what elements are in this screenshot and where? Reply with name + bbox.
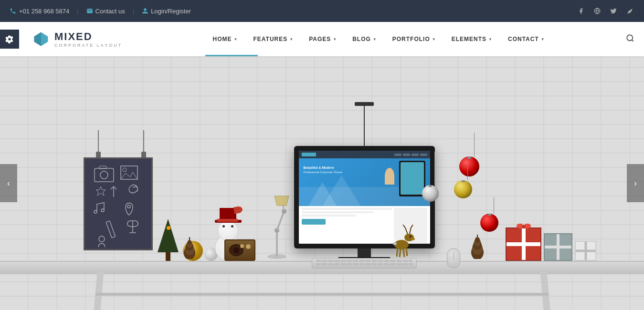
slide-arrow-right[interactable]: › (627, 164, 644, 202)
reindeer (391, 221, 415, 261)
svg-rect-5 (95, 168, 114, 182)
nav-item-portfolio[interactable]: PORTFOLIO ▼ (385, 22, 444, 56)
phone-icon (10, 8, 16, 14)
nav-pages-label: PAGES (309, 36, 331, 42)
svg-point-12 (94, 210, 97, 213)
nav-item-contact[interactable]: CONTACT ▼ (500, 22, 553, 56)
chevron-down-icon: ▼ (289, 37, 294, 41)
svg-line-36 (406, 248, 407, 256)
navbar: MIXED CORPORATE LAYOUT HOME ▼ FEATURES ▼… (0, 22, 644, 56)
string-left (98, 130, 99, 154)
svg-point-14 (127, 205, 130, 208)
chevron-left-icon: ‹ (7, 178, 10, 188)
nav-links: HOME ▼ FEATURES ▼ PAGES ▼ BLOG ▼ PORTFOL… (141, 22, 616, 56)
nav-item-features[interactable]: FEATURES ▼ (245, 22, 301, 56)
svg-point-25 (411, 238, 415, 240)
login-label: Login/Register (151, 8, 191, 15)
svg-point-9 (123, 168, 127, 172)
divider1: | (77, 8, 78, 15)
pine-cone-right (468, 234, 486, 261)
monitor-preview-text1: Beautiful & Modern (304, 165, 343, 170)
active-nav-indicator (229, 55, 258, 56)
svg-point-26 (410, 236, 412, 238)
nav-item-home[interactable]: HOME ▼ (205, 22, 246, 56)
svg-line-30 (410, 227, 411, 234)
svg-rect-15 (106, 221, 115, 238)
divider2: | (133, 8, 134, 15)
top-bar-right (576, 6, 634, 16)
search-icon (626, 34, 634, 42)
bauble-red-lower (489, 197, 498, 232)
gear-icon (5, 35, 14, 43)
radio (224, 239, 255, 261)
nav-portfolio-label: PORTFOLIO (392, 36, 430, 42)
nav-features-label: FEATURES (253, 36, 287, 42)
phone-info: +01 258 968 5874 (10, 8, 69, 15)
svg-point-4 (627, 35, 633, 41)
svg-point-42 (188, 240, 191, 245)
chevron-right-icon: › (634, 178, 637, 188)
chalk-drawings (85, 159, 152, 249)
nav-item-elements[interactable]: ELEMENTS ▼ (444, 22, 500, 56)
nav-item-blog[interactable]: BLOG ▼ (345, 22, 385, 56)
logo-icon (32, 31, 50, 48)
nav-home-label: HOME (213, 36, 232, 42)
chevron-down-icon: ▼ (541, 37, 545, 41)
svg-point-13 (101, 209, 104, 212)
monitor-cable (364, 103, 365, 147)
contact-link[interactable]: Contact us (86, 8, 125, 15)
desk-crossbar (95, 293, 549, 296)
slide-arrow-left[interactable]: ‹ (0, 164, 17, 202)
top-bar-left: +01 258 968 5874 | Contact us | Login/Re… (10, 8, 191, 15)
search-button[interactable] (626, 34, 634, 44)
svg-point-48 (475, 237, 480, 243)
chevron-down-icon: ▼ (432, 37, 436, 41)
svg-marker-10 (96, 186, 106, 196)
string-right (143, 130, 144, 154)
svg-line-33 (397, 248, 398, 257)
logo-sub: CORPORATE LAYOUT (54, 43, 122, 48)
svg-line-35 (403, 249, 404, 257)
chevron-down-icon: ▼ (488, 37, 493, 41)
contact-label: Contact us (95, 8, 125, 15)
svg-line-32 (411, 226, 412, 227)
cable-top-bar (355, 102, 374, 106)
hero-section: Beautiful & Modern Professional Corporat… (0, 56, 644, 310)
facebook-icon[interactable] (576, 6, 586, 16)
svg-point-6 (100, 171, 108, 179)
bauble-gold (463, 161, 472, 198)
pine-cone-left (181, 236, 198, 261)
nav-blog-label: BLOG (352, 36, 371, 42)
phone-number: +01 258 968 5874 (19, 8, 69, 15)
svg-rect-8 (121, 166, 137, 179)
svg-marker-3 (34, 32, 41, 46)
bauble-silver (430, 152, 439, 202)
chevron-down-icon: ▼ (333, 37, 337, 41)
mouse (447, 248, 460, 268)
desk-lamp (258, 183, 296, 261)
leaf-icon[interactable] (625, 6, 634, 16)
logo-area[interactable]: MIXED CORPORATE LAYOUT (32, 31, 122, 48)
svg-point-16 (99, 236, 105, 242)
christmas-tree (158, 219, 179, 261)
svg-point-37 (393, 242, 397, 245)
chevron-down-icon: ▼ (373, 37, 377, 41)
gift-boxes (506, 227, 596, 261)
nav-contact-label: CONTACT (508, 36, 539, 42)
chevron-down-icon: ▼ (234, 37, 238, 41)
login-link[interactable]: Login/Register (142, 8, 191, 15)
chalkboard (84, 157, 153, 250)
nav-item-pages[interactable]: PAGES ▼ (301, 22, 345, 56)
svg-marker-1 (41, 32, 48, 46)
tree-star (167, 226, 170, 230)
top-bar: +01 258 968 5874 | Contact us | Login/Re… (0, 0, 644, 22)
nav-elements-label: ELEMENTS (452, 36, 486, 42)
globe-icon[interactable] (592, 6, 602, 16)
user-icon (142, 8, 148, 14)
monitor-preview-text2: Professional Corporate Theme (304, 170, 343, 174)
logo-main: MIXED (54, 31, 122, 43)
email-icon (86, 8, 93, 14)
twitter-icon[interactable] (609, 6, 618, 16)
settings-button[interactable] (0, 30, 19, 49)
svg-line-27 (405, 228, 408, 234)
